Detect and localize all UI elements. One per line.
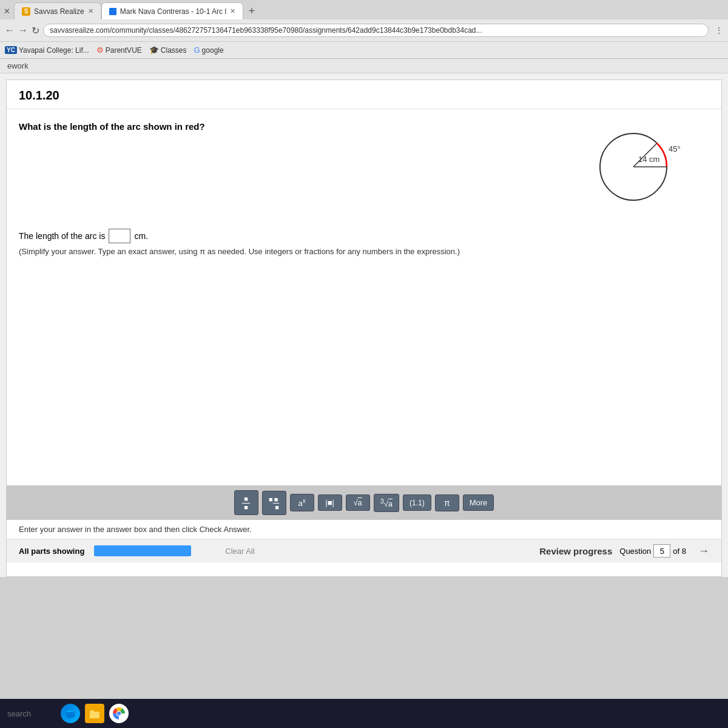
back-button[interactable]: ← [5,25,15,36]
edge-taskbar-icon[interactable] [61,704,80,723]
tab2-label: Mark Nava Contreras - 10-1 Arc l [120,7,226,16]
bookmark-yavapai[interactable]: YC Yavapai College: Lif... [5,46,89,55]
chrome-taskbar-icon[interactable] [109,704,129,723]
yc-icon: YC [5,46,17,54]
question-number-input[interactable] [653,544,670,558]
breadcrumb: ework [0,59,728,73]
answer-input-box[interactable] [109,229,130,243]
extensions-icon[interactable]: ⋮ [715,25,723,35]
parentvue-icon: ⚙ [96,46,104,55]
bookmark-yavapai-label: Yavapai College: Lif... [19,46,89,55]
bookmark-google[interactable]: G google [194,46,223,55]
answer-prompt: The length of the arc is [19,231,105,241]
decimal-btn[interactable]: (1.1) [403,494,431,511]
folder-taskbar-icon[interactable] [85,704,104,723]
tab-bar: ✕ S Savvas Realize ✕ Mark Nava Contreras… [0,0,728,19]
address-bar-row: ← → ↻ savvasrealize.com/community/classe… [0,19,728,41]
cbrt-btn[interactable]: 3√a [374,494,399,512]
problem-area: What is the length of the arc shown in r… [7,109,721,364]
bookmark-parentvue[interactable]: ⚙ ParentVUE [96,46,142,55]
review-progress-button[interactable]: Review progress [539,546,612,556]
instruction-bar: Enter your answer in the answer box and … [7,520,721,539]
instruction-text: Enter your answer in the answer box and … [19,525,252,534]
bookmarks-bar: YC Yavapai College: Lif... ⚙ ParentVUE 🎓… [0,41,728,58]
bookmark-google-label: google [202,46,224,55]
browser-chrome: ✕ S Savvas Realize ✕ Mark Nava Contreras… [0,0,728,59]
progress-bar [94,545,191,556]
pi-btn[interactable]: π [435,494,459,511]
question-of: of 8 [673,547,686,556]
absolute-value-btn[interactable]: |■| [318,494,342,511]
math-toolbar: ■ ■ ■■ ■ ax |■| √a [7,485,721,520]
simplify-note: (Simplify your answer. Type an exact ans… [19,247,709,256]
more-btn[interactable]: More [463,494,494,511]
google-icon: G [194,46,200,55]
taskbar [0,699,728,728]
reload-button[interactable]: ↻ [32,25,39,36]
answer-unit: cm. [134,231,148,241]
address-input[interactable]: savvasrealize.com/community/classes/4862… [43,24,709,37]
superscript-btn[interactable]: ax [290,494,314,511]
answer-row: The length of the arc is cm. [19,229,709,243]
main-card: 10.1.20 What is the length of the arc sh… [6,79,722,577]
tab-mark-nava[interactable]: Mark Nava Contreras - 10-1 Arc l ✕ [101,2,243,19]
tab-savvas-realize[interactable]: S Savvas Realize ✕ [14,2,101,19]
all-parts-label: All parts showing [19,547,84,556]
bookmark-parentvue-label: ParentVUE [106,46,142,55]
svg-point-11 [117,712,121,715]
taskbar-search[interactable] [7,709,56,718]
next-question-arrow[interactable]: → [698,545,709,558]
window-close[interactable]: ✕ [0,7,14,16]
question-nav: Question of 8 [619,544,686,558]
tab2-close[interactable]: ✕ [230,7,235,15]
question-label: Question [619,547,651,556]
bottom-bar: All parts showing Clear All Review progr… [7,539,721,562]
bookmark-classes[interactable]: 🎓 Classes [149,46,187,55]
clear-all-button[interactable]: Clear All [225,547,254,556]
svg-text:45°: 45° [669,144,681,153]
bookmark-classes-label: Classes [161,46,187,55]
forward-button[interactable]: → [18,25,28,36]
mixed-fraction-btn[interactable]: ■■ ■ [262,491,286,515]
tab1-label: Savvas Realize [34,7,84,16]
problem-number: 10.1.20 [7,80,721,109]
svg-rect-7 [90,710,94,712]
fraction-btn[interactable]: ■ ■ [234,490,258,515]
new-tab-button[interactable]: + [243,2,260,19]
review-progress-area: Review progress Question of 8 → [539,544,709,558]
savvas-tab-icon: S [22,7,30,16]
tab2-icon [109,8,116,15]
classes-icon: 🎓 [149,46,159,55]
svg-rect-6 [90,712,99,718]
circle-diagram: 14 cm 45° [588,118,685,205]
svg-text:14 cm: 14 cm [638,155,659,164]
tab1-close[interactable]: ✕ [88,7,93,15]
page-content: ework 10.1.20 What is the length of the … [0,59,728,577]
sqrt-btn[interactable]: √a [346,494,370,511]
